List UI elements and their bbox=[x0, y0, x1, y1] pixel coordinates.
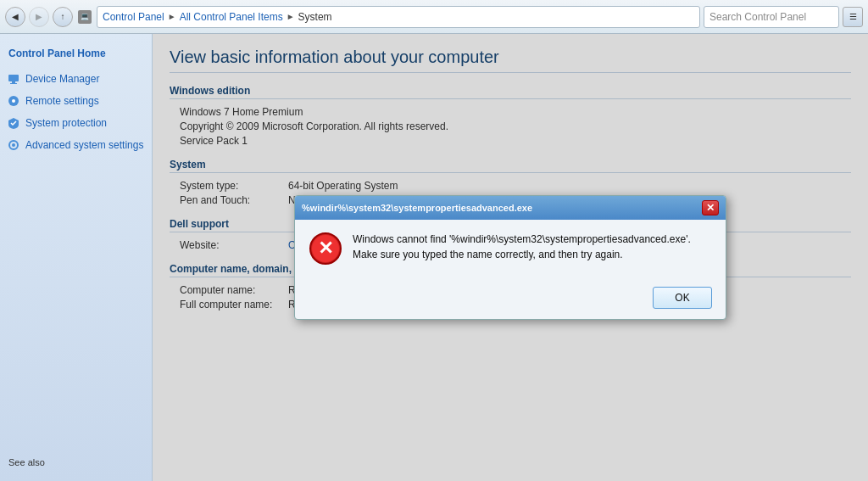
search-placeholder: Search Control Panel bbox=[709, 11, 806, 23]
svg-text:✕: ✕ bbox=[318, 238, 333, 259]
remote-settings-icon bbox=[7, 94, 20, 108]
address-bar: ◀ ▶ ↑ 💻 Control Panel ► All Control Pane… bbox=[0, 0, 868, 34]
sidebar-advanced-settings-label: Advanced system settings bbox=[25, 139, 143, 151]
breadcrumb[interactable]: Control Panel ► All Control Panel Items … bbox=[97, 6, 700, 28]
breadcrumb-all-items[interactable]: All Control Panel Items bbox=[180, 11, 283, 23]
sidebar-home-link[interactable]: Control Panel Home bbox=[0, 42, 152, 68]
dialog-title: %windir%\system32\systempropertiesadvanc… bbox=[302, 203, 532, 213]
sidebar-item-system-protection[interactable]: System protection bbox=[0, 112, 152, 134]
sidebar-remote-settings-label: Remote settings bbox=[25, 95, 99, 107]
dialog-body: ✕ Windows cannot find '%windir%\system32… bbox=[295, 220, 726, 280]
dialog-footer: OK bbox=[295, 280, 726, 319]
main-layout: Control Panel Home Device Manager Remote… bbox=[0, 34, 868, 481]
system-protection-icon bbox=[7, 116, 20, 130]
sidebar: Control Panel Home Device Manager Remote… bbox=[0, 34, 153, 481]
computer-icon: 💻 bbox=[78, 10, 92, 24]
svg-point-6 bbox=[12, 143, 15, 147]
dialog-close-button[interactable]: ✕ bbox=[702, 200, 719, 215]
sidebar-item-device-manager[interactable]: Device Manager bbox=[0, 68, 152, 90]
search-box[interactable]: Search Control Panel bbox=[704, 6, 839, 28]
svg-rect-1 bbox=[12, 81, 15, 83]
dialog-ok-button[interactable]: OK bbox=[653, 287, 712, 309]
sidebar-item-advanced-settings[interactable]: Advanced system settings bbox=[0, 134, 152, 156]
advanced-settings-icon bbox=[7, 138, 20, 152]
svg-point-4 bbox=[12, 99, 15, 103]
breadcrumb-system: System bbox=[298, 11, 332, 23]
toolbar-button[interactable]: ☰ bbox=[843, 7, 863, 27]
sidebar-item-remote-settings[interactable]: Remote settings bbox=[0, 90, 152, 112]
dialog-overlay: %windir%\system32\systempropertiesadvanc… bbox=[153, 34, 868, 481]
content-area: View basic information about your comput… bbox=[153, 34, 868, 481]
up-button[interactable]: ↑ bbox=[53, 7, 73, 27]
breadcrumb-sep-2: ► bbox=[287, 12, 295, 21]
back-button[interactable]: ◀ bbox=[5, 7, 25, 27]
sidebar-device-manager-label: Device Manager bbox=[25, 73, 99, 85]
device-manager-icon bbox=[7, 72, 20, 86]
error-icon: ✕ bbox=[309, 232, 342, 268]
dialog-titlebar: %windir%\system32\systempropertiesadvanc… bbox=[295, 196, 726, 220]
breadcrumb-control-panel[interactable]: Control Panel bbox=[103, 11, 164, 23]
dialog-message: Windows cannot find '%windir%\system32\s… bbox=[353, 232, 712, 262]
svg-rect-0 bbox=[8, 75, 19, 81]
see-also-label: See also bbox=[0, 452, 152, 473]
breadcrumb-sep-1: ► bbox=[168, 12, 176, 21]
svg-rect-2 bbox=[10, 83, 17, 84]
error-dialog: %windir%\system32\systempropertiesadvanc… bbox=[294, 195, 726, 320]
sidebar-system-protection-label: System protection bbox=[25, 117, 107, 129]
forward-button[interactable]: ▶ bbox=[29, 7, 49, 27]
